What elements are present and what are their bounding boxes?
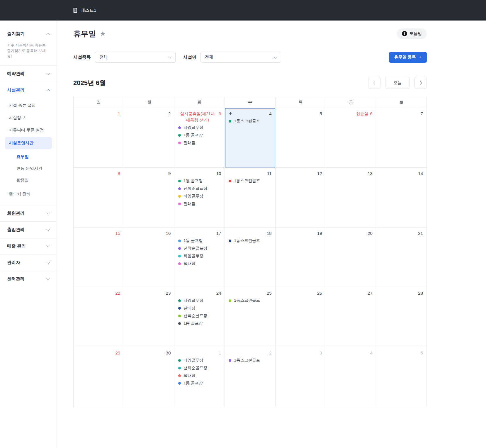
day-cell-2[interactable]: 21동스크린골프 <box>225 347 275 407</box>
calendar-event[interactable]: 달래짐 <box>178 373 222 378</box>
weekday-label: 목 <box>276 97 326 108</box>
sidebar-item-center[interactable]: 센터관리 <box>0 271 57 287</box>
facility-label: 시설관리 <box>7 87 25 93</box>
calendar-event[interactable]: 1동스크린골프 <box>229 178 273 184</box>
calendar-event[interactable]: 달래짐 <box>178 306 222 311</box>
calendar-event[interactable]: 1동 골프장 <box>178 321 222 326</box>
sidebar-item-variable-hours[interactable]: 변동 운영시간 <box>0 163 57 174</box>
event-label: 달래짐 <box>183 306 196 311</box>
sidebar-item-surcharge-days[interactable]: 할증일 <box>0 174 57 186</box>
chevron-down-icon <box>273 55 277 59</box>
day-top: 18 <box>225 230 275 237</box>
day-cell-28[interactable]: 28 <box>376 287 426 347</box>
weekday-label: 수 <box>225 97 275 108</box>
day-cell-6[interactable]: 현충일6 <box>326 108 376 167</box>
day-cell-10[interactable]: 101동 골프장선착순골프장타임골푸장달래짐 <box>174 168 225 227</box>
day-cell-23[interactable]: 23 <box>124 287 174 347</box>
day-cell-20[interactable]: 20 <box>326 228 376 287</box>
chevron-down-icon <box>168 55 172 59</box>
calendar-event[interactable]: 타임골푸장 <box>178 194 222 199</box>
day-cell-4[interactable]: 4 <box>326 347 376 407</box>
event-color-dot <box>178 382 181 385</box>
day-cell-18[interactable]: 181동스크린골프 <box>225 228 275 287</box>
day-cell-15[interactable]: 15 <box>74 228 124 287</box>
chevron-down-icon <box>46 244 50 247</box>
day-cell-7[interactable]: 7 <box>376 108 426 167</box>
day-cell-21[interactable]: 21 <box>376 228 426 287</box>
calendar-event[interactable]: 타임골푸장 <box>178 298 222 303</box>
calendar-event[interactable]: 1동스크린골프 <box>229 298 273 303</box>
page-title: 휴무일 <box>73 29 96 39</box>
day-number: 13 <box>368 171 373 177</box>
day-cell-5[interactable]: 5 <box>276 108 326 167</box>
calendar-event[interactable]: 1동스크린골프 <box>229 358 273 363</box>
facility-type-select[interactable]: 전체 <box>95 52 176 63</box>
favorite-star-icon[interactable]: ★ <box>100 30 106 37</box>
calendar-event[interactable]: 달래짐 <box>178 140 222 145</box>
calendar-event[interactable]: 타임골푸장 <box>178 125 222 130</box>
day-cell-13[interactable]: 13 <box>326 168 376 227</box>
today-button[interactable]: 오늘 <box>385 77 410 89</box>
day-cell-9[interactable]: 9 <box>124 168 174 227</box>
calendar-event[interactable]: 타임골푸장 <box>178 358 222 363</box>
day-cell-25[interactable]: 251동스크린골프 <box>225 287 275 347</box>
sidebar-item-holidays[interactable]: 휴무일 <box>0 151 57 163</box>
sidebar-item-facility-type-settings[interactable]: 시설 종류 설정 <box>0 99 57 112</box>
sidebar-item-handkey[interactable]: 핸드키 관리 <box>0 188 57 200</box>
calendar-event[interactable]: 1동 골프장 <box>178 381 222 386</box>
sidebar-item-reservation[interactable]: 예약관리 <box>0 66 57 82</box>
calendar-event[interactable]: 1동 골프장 <box>178 178 222 184</box>
calendar-event[interactable]: 선착순골프장 <box>178 186 222 191</box>
day-cell-1[interactable]: 1타임골푸장선착순골프장달래짐1동 골프장 <box>174 347 225 407</box>
sidebar-item-operating-hours[interactable]: 시설운영시간 <box>5 137 52 149</box>
sidebar-item-access[interactable]: 출입관리 <box>0 222 57 238</box>
day-cell-19[interactable]: 19 <box>276 228 326 287</box>
calendar-event[interactable]: 1동스크린골프 <box>229 118 273 124</box>
day-cell-5[interactable]: 5 <box>376 347 426 407</box>
sidebar-item-facility-info[interactable]: 시설정보 <box>0 112 57 124</box>
day-cell-27[interactable]: 27 <box>326 287 376 347</box>
add-event-plus-button[interactable]: + <box>229 111 232 116</box>
day-cell-2[interactable]: 2 <box>124 108 174 167</box>
calendar-event[interactable]: 달래짐 <box>178 201 222 206</box>
facility-name-select[interactable]: 전체 <box>200 52 281 63</box>
calendar-event[interactable]: 타임골푸장 <box>178 253 222 259</box>
sidebar-section-favorites[interactable]: 즐겨찾기 <box>0 26 57 42</box>
calendar-event[interactable]: 선착순골프장 <box>178 313 222 318</box>
next-month-button[interactable] <box>414 77 427 89</box>
day-cell-30[interactable]: 30 <box>124 347 174 407</box>
day-cell-29[interactable]: 29 <box>74 347 124 407</box>
sidebar-item-community-coupon[interactable]: 커뮤니티 쿠폰 설정 <box>0 124 57 136</box>
day-cell-3[interactable]: 3 <box>276 347 326 407</box>
favorites-label: 즐겨찾기 <box>7 31 25 37</box>
day-cell-12[interactable]: 12 <box>276 168 326 227</box>
day-cell-24[interactable]: 24타임골푸장달래짐선착순골프장1동 골프장 <box>174 287 225 347</box>
sidebar-item-facility[interactable]: 시설관리 <box>0 82 57 98</box>
calendar-event[interactable]: 1동 골프장 <box>178 133 222 138</box>
event-color-dot <box>229 180 231 182</box>
calendar-event[interactable]: 1동 골프장 <box>178 238 222 243</box>
day-cell-22[interactable]: 22 <box>74 287 124 347</box>
sidebar-item-members[interactable]: 회원관리 <box>0 205 57 221</box>
day-cell-8[interactable]: 8 <box>74 168 124 227</box>
calendar-event[interactable]: 달래짐 <box>178 261 222 266</box>
calendar-event[interactable]: 선착순골프장 <box>178 246 222 251</box>
day-cell-17[interactable]: 171동 골프장선착순골프장타임골푸장달래짐 <box>174 228 225 287</box>
event-label: 타임골푸장 <box>183 358 203 363</box>
sidebar-item-sales[interactable]: 매출 관리 <box>0 238 57 254</box>
day-cell-4[interactable]: +41동스크린골프 <box>225 108 275 167</box>
day-cell-11[interactable]: 111동스크린골프 <box>225 168 275 227</box>
day-cell-1[interactable]: 1 <box>74 108 124 167</box>
day-cell-16[interactable]: 16 <box>124 228 174 287</box>
day-cell-3[interactable]: 임시공휴일(제21대 대통령 선거)3타임골푸장1동 골프장달래짐 <box>174 108 225 167</box>
help-button[interactable]: i 도움말 <box>397 28 427 39</box>
day-cell-14[interactable]: 14 <box>376 168 426 227</box>
calendar-event[interactable]: 1동스크린골프 <box>229 238 273 243</box>
weekday-label: 금 <box>326 97 376 108</box>
sidebar-item-admin[interactable]: 관리자 <box>0 254 57 271</box>
day-cell-26[interactable]: 26 <box>276 287 326 347</box>
event-list: 1동스크린골프 <box>225 237 275 243</box>
calendar-event[interactable]: 선착순골프장 <box>178 365 222 371</box>
prev-month-button[interactable] <box>368 77 380 89</box>
register-holiday-button[interactable]: 휴무일 등록 + <box>389 52 427 63</box>
